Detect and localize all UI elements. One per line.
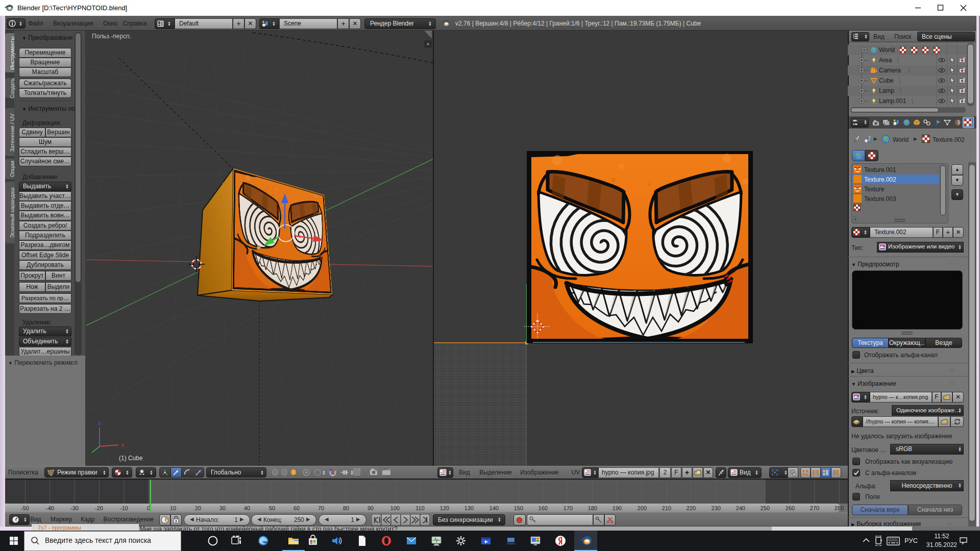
svg-text:90: 90 (368, 505, 374, 511)
svg-text:x: x (121, 442, 125, 448)
svg-text:260: 260 (786, 505, 795, 511)
svg-text:-30: -30 (70, 505, 79, 511)
svg-text:210: 210 (662, 505, 671, 511)
svg-text:70: 70 (318, 505, 324, 511)
svg-text:-40: -40 (46, 505, 54, 511)
svg-text:110: 110 (415, 505, 425, 511)
svg-text:50: 50 (269, 505, 275, 511)
svg-text:270: 270 (810, 505, 819, 511)
svg-text:220: 220 (687, 505, 696, 511)
svg-text:190: 190 (612, 505, 622, 511)
svg-text:10: 10 (170, 505, 176, 511)
svg-text:150: 150 (514, 505, 523, 511)
svg-text:60: 60 (293, 505, 300, 511)
svg-text:30: 30 (219, 505, 226, 511)
svg-text:180: 180 (588, 505, 597, 511)
svg-text:160: 160 (538, 505, 548, 511)
svg-text:40: 40 (244, 505, 250, 511)
svg-text:z: z (98, 420, 101, 426)
svg-text:120: 120 (440, 505, 449, 511)
svg-text:250: 250 (761, 505, 770, 511)
svg-text:20: 20 (195, 505, 201, 511)
svg-text:230: 230 (712, 505, 721, 511)
svg-text:240: 240 (736, 505, 745, 511)
svg-text:-10: -10 (120, 505, 128, 511)
svg-text:130: 130 (464, 505, 474, 511)
svg-text:-20: -20 (95, 505, 103, 511)
svg-text:80: 80 (343, 505, 349, 511)
svg-text:-50: -50 (21, 505, 29, 511)
svg-text:200: 200 (638, 505, 647, 511)
svg-text:140: 140 (489, 505, 499, 511)
svg-text:280: 280 (835, 505, 844, 511)
svg-text:170: 170 (564, 505, 573, 511)
svg-text:100: 100 (390, 505, 400, 511)
